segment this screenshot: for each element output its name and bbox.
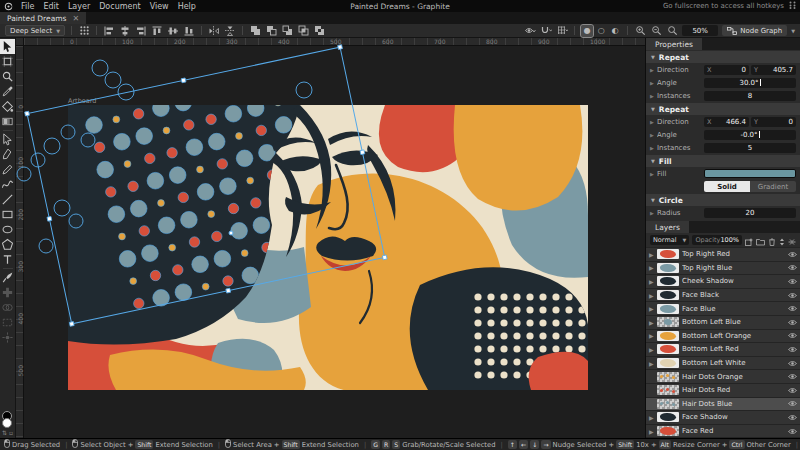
viewport[interactable]: 01002003004005006007008009001000 0100200…	[16, 38, 645, 438]
layer-visibility-eye-icon[interactable]	[788, 400, 797, 407]
layer-visibility-eye-icon[interactable]	[788, 428, 797, 435]
navigate-tool[interactable]	[0, 69, 15, 84]
drag-handle-icon[interactable]	[789, 1, 796, 11]
align-bottom-icon[interactable]	[183, 25, 195, 37]
zoom-in-icon[interactable]	[634, 25, 646, 37]
view-mode-outline-icon[interactable]: ○	[595, 25, 607, 37]
expand-icon[interactable]: ▶	[650, 132, 654, 138]
reset-colors-icon[interactable]: ▫	[9, 429, 13, 436]
flip-horizontal-icon[interactable]	[208, 25, 220, 37]
flip-vertical-icon[interactable]	[224, 25, 236, 37]
fill-color-swatch[interactable]	[704, 169, 796, 178]
direction-x-field[interactable]: X0	[704, 65, 749, 75]
layer-expand-icon[interactable]: ▶	[649, 360, 654, 367]
instances-field[interactable]: 8	[704, 91, 796, 101]
layer-row-face-red[interactable]: ▶Face Red	[646, 425, 800, 438]
layer-visibility-eye-icon[interactable]	[788, 292, 797, 299]
menu-layer[interactable]: Layer	[68, 2, 90, 11]
layer-row-top-right-red[interactable]: ▶Top Right Red	[646, 248, 800, 261]
layer-expand-icon[interactable]: ▶	[649, 332, 654, 339]
layer-expand-icon[interactable]: ▶	[649, 414, 654, 421]
layer-expand-icon[interactable]: ▶	[649, 251, 654, 258]
layer-visibility-eye-icon[interactable]	[788, 387, 797, 394]
select-tool[interactable]	[0, 39, 15, 54]
section-circle[interactable]: ▼Circle	[646, 194, 800, 206]
align-h-center-icon[interactable]	[119, 25, 131, 37]
layer-visibility-eye-icon[interactable]	[788, 319, 797, 326]
layer-visibility-eye-icon[interactable]	[788, 414, 797, 421]
layer-expand-icon[interactable]: ▶	[649, 428, 654, 435]
layer-visibility-eye-icon[interactable]	[788, 346, 797, 353]
fill-gradient-button[interactable]: Gradient	[750, 181, 796, 192]
spline-tool[interactable]	[0, 177, 15, 192]
align-v-center-icon[interactable]	[167, 25, 179, 37]
polygon-tool[interactable]	[0, 237, 15, 252]
layer-visibility-eye-icon[interactable]	[788, 264, 797, 271]
gradient-tool[interactable]	[0, 114, 15, 129]
layer-expand-icon[interactable]: ▶	[649, 278, 654, 285]
layer-visibility-eye-icon[interactable]	[788, 373, 797, 380]
layer-row-face-black[interactable]: ▶Face Black	[646, 289, 800, 302]
layer-row-top-right-blue[interactable]: ▶Top Right Blue	[646, 262, 800, 275]
freehand-tool[interactable]	[0, 162, 15, 177]
menu-file[interactable]: File	[21, 2, 34, 11]
layer-expand-icon[interactable]: ▶	[649, 264, 654, 271]
tab-properties[interactable]: Properties	[646, 38, 702, 50]
align-right-icon[interactable]	[135, 25, 147, 37]
direction-x-field[interactable]: X466.4	[704, 117, 749, 127]
pivot-grid-icon[interactable]	[78, 25, 90, 37]
line-tool[interactable]	[0, 192, 15, 207]
expand-icon[interactable]: ▶	[650, 93, 654, 99]
pen-tool[interactable]	[0, 147, 15, 162]
panel-collapse-icon[interactable]: ▼	[791, 28, 795, 34]
fill-solid-button[interactable]: Solid	[704, 181, 750, 192]
fill-tool[interactable]	[0, 99, 15, 114]
align-top-icon[interactable]	[151, 25, 163, 37]
direction-y-field[interactable]: Y0	[751, 117, 796, 127]
layer-row-hair-dots-orange[interactable]: Hair Dots Orange	[646, 370, 800, 383]
grid-dropdown-icon[interactable]	[556, 25, 568, 37]
boolean-intersect-icon[interactable]	[297, 25, 309, 37]
layer-expand-icon[interactable]: ▶	[649, 319, 654, 326]
section-repeat-2[interactable]: ▼Repeat	[646, 103, 800, 115]
menu-help[interactable]: Help	[178, 2, 196, 11]
layer-row-face-blue[interactable]: ▶Face Blue	[646, 302, 800, 315]
artboard-tool[interactable]	[0, 54, 15, 69]
zoom-reset-icon[interactable]	[666, 25, 678, 37]
layer-visibility-eye-icon[interactable]	[788, 278, 797, 285]
layer-visibility-eye-icon[interactable]	[788, 305, 797, 312]
text-tool[interactable]	[0, 252, 15, 267]
view-mode-pixels-icon[interactable]: ◐	[609, 25, 621, 37]
node-graph-button[interactable]: Node Graph	[722, 25, 787, 36]
boolean-difference-icon[interactable]	[313, 25, 325, 37]
direction-y-field[interactable]: Y405.7	[751, 65, 796, 75]
menu-edit[interactable]: Edit	[43, 2, 59, 11]
snapping-dropdown-icon[interactable]	[540, 25, 552, 37]
layer-visibility-eye-icon[interactable]	[788, 251, 797, 258]
angle-field[interactable]: 30.0°	[704, 78, 796, 88]
layer-row-hair-dots-red[interactable]: Hair Dots Red	[646, 384, 800, 397]
layer-row-hair-dots-blue[interactable]: Hair Dots Blue	[646, 398, 800, 411]
expand-icon[interactable]: ▶	[650, 171, 654, 177]
boolean-subtract-front-icon[interactable]	[265, 25, 277, 37]
swap-colors-icon[interactable]: ⇅	[2, 429, 7, 436]
zoom-level-field[interactable]: 50%	[682, 25, 718, 36]
layer-row-bottom-left-blue[interactable]: ▶Bottom Left Blue	[646, 316, 800, 329]
layer-row-bottom-left-white[interactable]: ▶Bottom Left White	[646, 357, 800, 370]
align-left-icon[interactable]	[103, 25, 115, 37]
blend-mode-dropdown[interactable]: Normal▼	[650, 235, 689, 245]
expand-icon[interactable]: ▶	[650, 145, 654, 151]
overlays-dropdown-icon[interactable]	[524, 25, 536, 37]
tab-layers[interactable]: Layers	[646, 221, 689, 233]
layer-expand-icon[interactable]: ▶	[649, 346, 654, 353]
layer-row-cheek-shadow[interactable]: ▶Cheek Shadow	[646, 275, 800, 288]
opacity-field[interactable]: Opacity100%	[692, 235, 742, 245]
eyedropper-tool[interactable]	[0, 84, 15, 99]
secondary-color-swatch[interactable]	[2, 418, 12, 428]
expand-icon[interactable]: ▶	[650, 119, 654, 125]
document-tab[interactable]: Painted Dreams ✕	[0, 12, 86, 24]
zoom-out-icon[interactable]	[650, 25, 662, 37]
menu-document[interactable]: Document	[99, 2, 140, 11]
menu-view[interactable]: View	[150, 2, 169, 11]
ellipse-tool[interactable]	[0, 222, 15, 237]
